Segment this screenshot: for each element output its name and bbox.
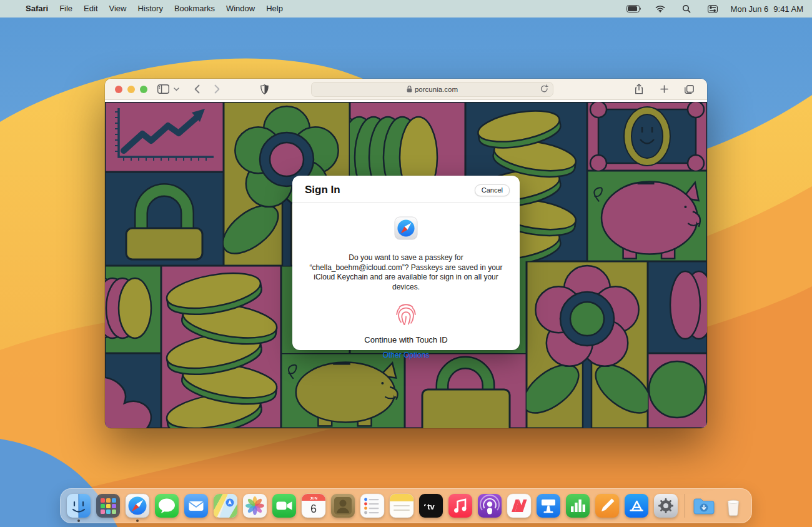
svg-text:JUN: JUN — [310, 496, 317, 500]
menu-items: SafariFileEditViewHistoryBookmarksWindow… — [20, 0, 289, 18]
back-icon[interactable] — [189, 81, 205, 98]
dock-messages-icon[interactable] — [154, 493, 179, 518]
menu-item-help[interactable]: Help — [260, 4, 289, 13]
cancel-button[interactable]: Cancel — [475, 184, 510, 196]
tile-coin-roll-right — [648, 261, 707, 353]
address-url: porcunia.com — [415, 86, 458, 93]
shield-icon[interactable] — [256, 81, 272, 98]
dock-appstore-icon[interactable] — [624, 493, 649, 518]
dock-notes-icon[interactable] — [389, 493, 414, 518]
dock-podcasts-icon[interactable] — [477, 493, 502, 518]
tile-circle — [648, 353, 707, 428]
close-window-button[interactable] — [115, 86, 122, 93]
control-center-icon[interactable] — [705, 1, 721, 17]
menu-bar: SafariFileEditViewHistoryBookmarksWindow… — [0, 0, 812, 18]
menu-time: 9:41 AM — [773, 4, 803, 14]
menu-item-edit[interactable]: Edit — [78, 4, 103, 13]
svg-text:tv: tv — [427, 502, 435, 511]
dock-numbers-icon[interactable] — [565, 493, 590, 518]
dock-finder-icon[interactable] — [66, 493, 91, 518]
dock-maps-icon[interactable] — [213, 493, 238, 518]
tabs-icon[interactable] — [681, 81, 697, 98]
dock-photos-icon[interactable] — [242, 493, 267, 518]
dock-news-icon[interactable] — [507, 493, 532, 518]
new-tab-icon[interactable] — [656, 81, 672, 98]
dock-tv-icon[interactable]: tv — [418, 493, 443, 518]
dock-mail-icon[interactable] — [184, 493, 209, 518]
menu-item-bookmarks[interactable]: Bookmarks — [169, 4, 220, 13]
tile-pig-magenta — [587, 171, 707, 261]
lock-icon — [407, 86, 412, 93]
tile-coins-side — [105, 266, 161, 353]
forward-icon[interactable] — [209, 81, 225, 98]
dock-settings-icon[interactable] — [653, 493, 678, 518]
battery-icon[interactable] — [626, 1, 642, 17]
menu-item-file[interactable]: File — [54, 4, 78, 13]
safari-toolbar: porcunia.com — [105, 79, 707, 100]
tile-padlock-magenta — [405, 353, 527, 428]
menu-date[interactable]: Mon Jun 6 — [731, 4, 769, 14]
dialog-title: Sign In — [305, 184, 340, 196]
tile-coin-spring-magenta — [161, 266, 281, 428]
passkey-message: Do you want to save a passkey for “chell… — [302, 253, 510, 292]
dock-music-icon[interactable] — [448, 493, 473, 518]
menu-item-window[interactable]: Window — [220, 4, 260, 13]
dock-trash-icon[interactable] — [721, 493, 746, 518]
page-content: Sign In Cancel Do you want to save a pas… — [105, 100, 707, 428]
dock: JUN 6 tv — [60, 488, 752, 523]
reload-icon[interactable] — [540, 84, 548, 94]
tile-dollar — [587, 102, 707, 171]
dock-launchpad-icon[interactable] — [96, 493, 121, 518]
menu-item-safari[interactable]: Safari — [20, 4, 54, 13]
tile-pig-olive — [281, 353, 405, 428]
dock-separator — [685, 494, 685, 518]
other-options-link[interactable]: Other Options — [383, 351, 430, 359]
dock-safari-icon[interactable] — [125, 493, 150, 518]
tile-blob — [105, 353, 161, 428]
wifi-icon[interactable] — [652, 1, 668, 17]
zoom-window-button[interactable] — [140, 86, 147, 93]
dock-reminders-icon[interactable] — [360, 493, 385, 518]
safari-app-icon — [394, 216, 418, 243]
safari-window: porcunia.com — [105, 79, 707, 428]
continue-touch-id-label: Continue with Touch ID — [364, 335, 447, 344]
menu-item-history[interactable]: History — [132, 4, 168, 13]
dock-calendar-icon[interactable]: JUN 6 — [301, 493, 326, 518]
dock-keynote-icon[interactable] — [536, 493, 561, 518]
minimize-window-button[interactable] — [127, 86, 135, 93]
dock-downloads-icon[interactable] — [691, 493, 716, 518]
tile-padlock-navy — [105, 172, 224, 266]
address-bar[interactable]: porcunia.com — [311, 82, 553, 97]
touch-id-icon — [394, 302, 418, 329]
menu-item-view[interactable]: View — [104, 4, 132, 13]
tile-flower-bottom — [527, 261, 648, 428]
sidebar-icon[interactable] — [155, 81, 171, 98]
svg-text:6: 6 — [310, 503, 317, 515]
dock-contacts-icon[interactable] — [330, 493, 355, 518]
dock-facetime-icon[interactable] — [272, 493, 297, 518]
passkey-dialog: Sign In Cancel Do you want to save a pas… — [292, 176, 520, 350]
search-icon[interactable] — [678, 1, 695, 17]
chevron-down-icon[interactable] — [171, 81, 181, 98]
tile-chart — [105, 102, 224, 172]
share-icon[interactable] — [631, 81, 647, 98]
dock-pages-icon[interactable] — [595, 493, 620, 518]
